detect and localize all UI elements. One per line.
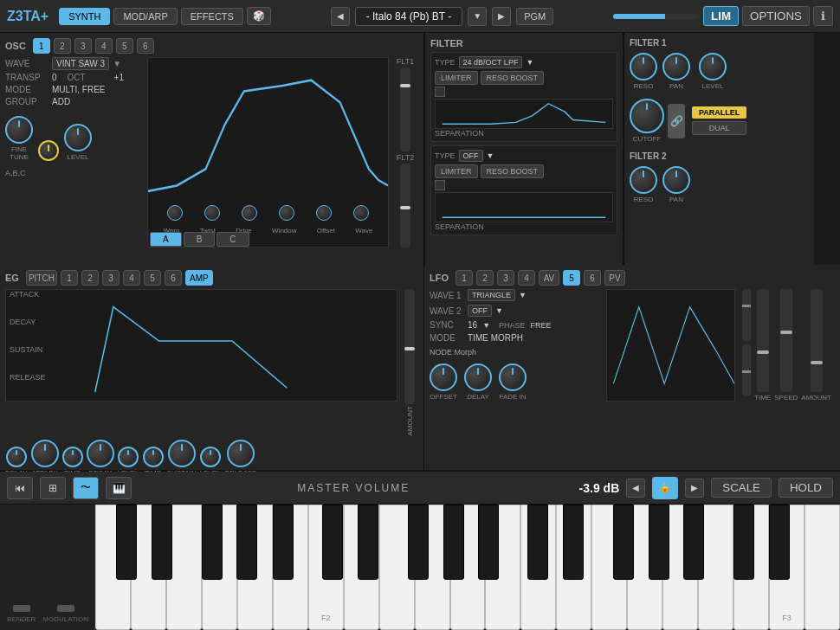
filter2-reso-boost-btn[interactable]: RESO BOOST bbox=[481, 164, 545, 178]
black-key-6[interactable] bbox=[322, 505, 343, 580]
black-key-11[interactable] bbox=[527, 505, 548, 580]
twist-knob[interactable] bbox=[204, 205, 220, 221]
filter1-type-arrow[interactable]: ▼ bbox=[526, 58, 533, 67]
effects-nav-btn[interactable]: EFFECTS bbox=[181, 8, 243, 25]
black-key-12[interactable] bbox=[563, 505, 584, 580]
black-key-16[interactable] bbox=[733, 505, 754, 580]
lim-btn[interactable]: LIM bbox=[703, 6, 739, 26]
eg-delay-knob[interactable] bbox=[6, 447, 27, 467]
lfo-wave2-dropdown[interactable]: OFF bbox=[468, 305, 492, 317]
black-key-15[interactable] bbox=[683, 505, 704, 580]
scale-btn[interactable]: SCALE bbox=[711, 478, 772, 498]
kb-grid-btn[interactable]: ⊞ bbox=[40, 477, 66, 499]
parallel-btn[interactable]: PARALLEL bbox=[692, 106, 746, 119]
volume-slider[interactable] bbox=[613, 14, 700, 19]
filter2-reso-knob[interactable] bbox=[630, 166, 657, 194]
hold-btn[interactable]: HOLD bbox=[779, 478, 833, 498]
osc-tab-1[interactable]: 1 bbox=[33, 38, 50, 54]
black-key-10[interactable] bbox=[478, 505, 499, 580]
osc-tab-2[interactable]: 2 bbox=[54, 38, 71, 54]
lfo-wave2-arrow[interactable]: ▼ bbox=[495, 306, 503, 315]
eg-sustain-knob[interactable] bbox=[168, 440, 196, 467]
eg-level1-knob[interactable] bbox=[118, 447, 139, 467]
lfo-tab-4[interactable]: 4 bbox=[518, 270, 535, 286]
lfo-time-slider[interactable] bbox=[757, 289, 769, 392]
pgm-btn[interactable]: PGM bbox=[516, 8, 553, 25]
synth-nav-btn[interactable]: SYNTH bbox=[59, 8, 110, 25]
spread-power-knob[interactable] bbox=[38, 140, 59, 161]
wave-dropdown[interactable]: VINT SAW 3 bbox=[52, 57, 109, 70]
osc-tab-4[interactable]: 4 bbox=[95, 38, 113, 54]
black-key-17[interactable] bbox=[769, 505, 790, 580]
level-knob[interactable] bbox=[64, 124, 92, 151]
flt1-slider[interactable] bbox=[400, 68, 410, 151]
lfo-tab-2[interactable]: 2 bbox=[476, 270, 494, 286]
black-key-13[interactable] bbox=[613, 505, 634, 580]
eg-release-knob[interactable] bbox=[227, 440, 255, 467]
dual-btn[interactable]: DUAL bbox=[692, 121, 746, 135]
lfo-tab-5[interactable]: 5 bbox=[563, 270, 580, 286]
lfo-mini-slider-2[interactable] bbox=[742, 344, 751, 396]
eg-tab-3[interactable]: 3 bbox=[102, 270, 120, 286]
lfo-offset-knob[interactable] bbox=[430, 363, 457, 391]
preset-dropdown-btn[interactable]: ▼ bbox=[468, 7, 487, 26]
eg-tab-1[interactable]: 1 bbox=[61, 270, 78, 286]
filter2-limiter-btn[interactable]: LIMITER bbox=[435, 164, 478, 178]
lfo-mini-slider-1[interactable] bbox=[742, 289, 751, 341]
black-key-3[interactable] bbox=[202, 505, 223, 580]
random-btn[interactable]: 🎲 bbox=[247, 7, 271, 25]
prev-preset-btn[interactable]: ◀ bbox=[331, 7, 350, 26]
lfo-fadein-knob[interactable] bbox=[499, 363, 527, 391]
eg-decay-knob[interactable] bbox=[87, 440, 114, 467]
kb-piano-btn[interactable]: 🎹 bbox=[106, 477, 132, 499]
kb-lock-btn[interactable]: 🔒 bbox=[652, 477, 678, 499]
kb-wave-btn[interactable]: 〜 bbox=[73, 477, 99, 499]
cutoff-knob[interactable] bbox=[630, 99, 664, 133]
drive-knob[interactable] bbox=[242, 205, 257, 221]
black-key-4[interactable] bbox=[236, 505, 257, 580]
warp-knob[interactable] bbox=[167, 205, 183, 221]
lfo-wave1-dropdown[interactable]: TRIANGLE bbox=[468, 289, 515, 301]
black-key-7[interactable] bbox=[358, 505, 378, 580]
eg-tab-6[interactable]: 6 bbox=[165, 270, 182, 286]
flt2-slider[interactable] bbox=[400, 164, 410, 248]
black-key-8[interactable] bbox=[408, 505, 429, 580]
filter1-type-dropdown[interactable]: 24 dB/OCT LPF bbox=[459, 56, 523, 68]
filter2-pan-knob[interactable] bbox=[662, 166, 690, 194]
filter1-limiter-btn[interactable]: LIMITER bbox=[435, 71, 478, 85]
kb-next-btn[interactable]: ▶ bbox=[685, 479, 704, 498]
kb-prev-btn[interactable]: ◀ bbox=[626, 479, 645, 498]
lfo-speed-slider[interactable] bbox=[780, 289, 792, 392]
next-preset-btn[interactable]: ▶ bbox=[492, 7, 511, 26]
filter1-checkbox[interactable] bbox=[435, 87, 445, 97]
eg-level2-knob[interactable] bbox=[200, 447, 221, 467]
window-knob[interactable] bbox=[279, 205, 294, 221]
black-key-14[interactable] bbox=[649, 505, 669, 580]
eg-amount-slider[interactable] bbox=[404, 289, 415, 404]
eg-tab-pitch[interactable]: PITCH bbox=[26, 270, 57, 286]
filter-level-knob[interactable] bbox=[699, 53, 727, 80]
black-key-5[interactable] bbox=[273, 505, 294, 580]
lfo-tab-av[interactable]: AV bbox=[539, 270, 559, 286]
offset-knob[interactable] bbox=[316, 205, 332, 221]
filter2-type-dropdown[interactable]: OFF bbox=[459, 150, 483, 162]
eg-tab-5[interactable]: 5 bbox=[144, 270, 161, 286]
fine-tune-knob[interactable] bbox=[5, 116, 33, 144]
black-key-9[interactable] bbox=[443, 505, 464, 580]
filter-link-icon[interactable]: 🔗 bbox=[668, 104, 685, 138]
abc-btn-b[interactable]: B bbox=[184, 232, 216, 247]
eg-time2-knob[interactable] bbox=[143, 447, 164, 467]
lfo-tab-1[interactable]: 1 bbox=[456, 270, 473, 286]
options-btn[interactable]: OPTIONS bbox=[742, 6, 810, 26]
osc-tab-6[interactable]: 6 bbox=[137, 38, 154, 54]
filter1-reso-boost-btn[interactable]: RESO BOOST bbox=[481, 71, 545, 85]
lfo-delay-knob[interactable] bbox=[464, 363, 492, 391]
filter2-type-arrow[interactable]: ▼ bbox=[487, 151, 494, 160]
lfo-tab-6[interactable]: 6 bbox=[584, 270, 601, 286]
kb-rewind-btn[interactable]: ⏮ bbox=[7, 477, 33, 499]
filter1-reso-knob[interactable] bbox=[630, 53, 657, 80]
wave-dropdown-arrow[interactable]: ▼ bbox=[113, 59, 121, 68]
eg-tab-amp[interactable]: AMP bbox=[185, 270, 213, 286]
black-key-2[interactable] bbox=[152, 505, 172, 580]
lfo-tab-3[interactable]: 3 bbox=[497, 270, 514, 286]
